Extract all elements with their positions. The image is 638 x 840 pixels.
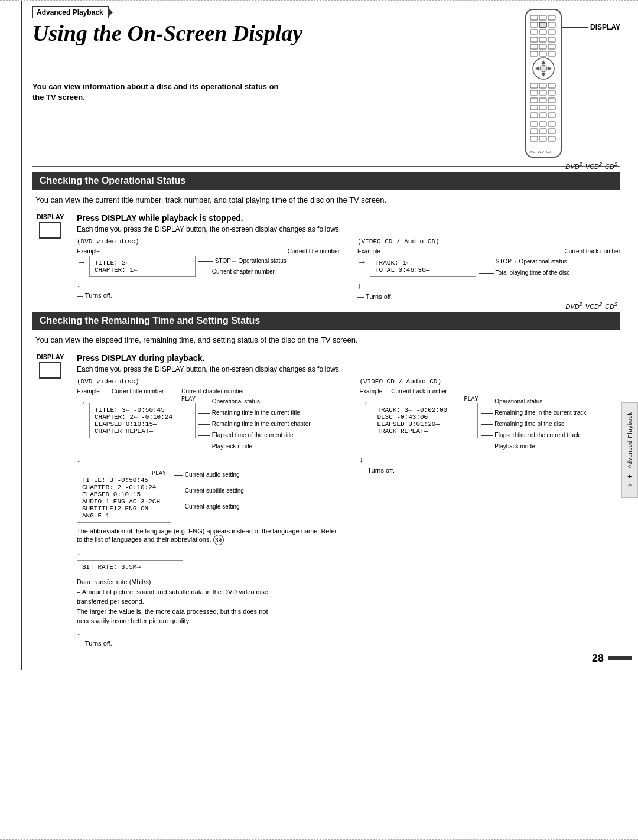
advanced-playback-tag: Advanced Playback bbox=[32, 6, 109, 18]
format-dvd1: DVD2 bbox=[565, 161, 582, 170]
s1-dvd-example: Example bbox=[77, 248, 100, 255]
main-content: Advanced Playback Using the On-Screen Di… bbox=[0, 1, 638, 670]
page-number-bar bbox=[608, 656, 632, 660]
section1-format-badges: DVD2 VCD2 CD2 bbox=[565, 161, 620, 170]
s2-vcd-box: TRACK: 3← -0:02:00 DISC -0:43:00 ELAPSED… bbox=[372, 403, 478, 438]
header-area: Advanced Playback Using the On-Screen Di… bbox=[32, 6, 620, 160]
s2-dvd-title: (DVD video disc) bbox=[77, 378, 341, 385]
display-icon-col-2: DISPLAY bbox=[32, 353, 68, 647]
subtitle-text: You can view information about a disc an… bbox=[32, 82, 281, 103]
s1-vcd-turns-off: ― Turns off. bbox=[357, 293, 620, 300]
display-icon-col: DISPLAY bbox=[32, 213, 68, 300]
section2: Checking the Remaining Time and Setting … bbox=[32, 312, 620, 647]
section-divider-1 bbox=[32, 166, 620, 167]
svg-text:CD: CD bbox=[546, 150, 551, 154]
s2-dvd-down: ↓ bbox=[77, 455, 341, 464]
section2-format-badges: DVD2 VCD2 CD2 bbox=[565, 301, 620, 310]
side-tab-icon1: ✦ bbox=[627, 473, 633, 481]
s2-dvd-turns-off: ― Turns off. bbox=[77, 640, 341, 647]
s1-dvd-diagram: (DVD video disc) Example Current title n… bbox=[77, 238, 340, 300]
s2-dvd-box: TITLE: 3← -0:50:45 CHAPTER: 2← -0:10:24 … bbox=[89, 403, 196, 438]
instruction-col-2: Press DISPLAY during playback. Each time… bbox=[77, 353, 620, 647]
page-number: 28 bbox=[592, 652, 604, 665]
s2-vcd-down: ↓ bbox=[359, 455, 620, 464]
s2-vcd-cur-track: Current track number bbox=[391, 388, 447, 395]
remote-area: DVD VCD CD DISPLAY bbox=[502, 6, 620, 160]
s2-dvd-arrow: → bbox=[77, 398, 86, 408]
s2-dvd-cur-chapter: Current chapter number bbox=[181, 388, 244, 395]
instruction-title-1: Press DISPLAY while playback is stopped. bbox=[77, 213, 620, 223]
instruction-sub-1: Each time you press the DISPLAY button, … bbox=[77, 225, 620, 233]
s2-dvd-cur-title: Current title number bbox=[112, 388, 164, 395]
section1-display-block: DISPLAY Press DISPLAY while playback is … bbox=[32, 213, 620, 300]
s1-vcd-arrow-down: ↓ bbox=[357, 281, 620, 290]
display-label: DISPLAY bbox=[37, 213, 64, 220]
s2-dvd-box2: PLAY TITLE: 3 -0:50:45 CHAPTER: 2 -0:10:… bbox=[77, 467, 171, 523]
s2-vcd-diagram: (VIDEO CD / Audio CD) Example Current tr… bbox=[359, 378, 620, 647]
page-container: Advanced Playback Using the On-Screen Di… bbox=[0, 0, 638, 840]
section1-header: Checking the Operational Status bbox=[32, 172, 620, 190]
display-box-1 bbox=[39, 222, 61, 239]
svg-point-20 bbox=[540, 65, 547, 72]
instruction-sub-2: Each time you press the DISPLAY button, … bbox=[77, 365, 620, 373]
s1-vcd-title: (VIDEO CD / Audio CD) bbox=[357, 238, 620, 245]
s2-vcd-annotations: Operational status Remaining time in the… bbox=[481, 396, 586, 452]
section2-description: You can view the elapsed time, remaining… bbox=[32, 336, 620, 344]
s2-dvd-box-wrapper: PLAY TITLE: 3← -0:50:45 CHAPTER: 2← -0:1… bbox=[89, 396, 196, 438]
header-left: Advanced Playback Using the On-Screen Di… bbox=[32, 6, 502, 103]
s1-dvd-turns-off: ― Turns off. bbox=[77, 292, 340, 299]
format-vcd1: VCD2 bbox=[585, 161, 602, 170]
s1-dvd-title: (DVD video disc) bbox=[77, 238, 340, 245]
display-pointer: DISPLAY bbox=[562, 23, 620, 31]
s1-vcd-box: TRACK: 1← TOTAL 0:46:30― bbox=[370, 256, 476, 277]
s2-diagrams-row: (DVD video disc) Example Current title n… bbox=[77, 378, 620, 647]
svg-rect-5 bbox=[539, 22, 546, 27]
display-box-2 bbox=[39, 362, 61, 379]
format-vcd2: VCD2 bbox=[585, 301, 602, 310]
s1-dvd-arrow-down: ↓ bbox=[77, 280, 340, 289]
section2-display-block: DISPLAY Press DISPLAY during playback. E… bbox=[32, 353, 620, 647]
s2-dvd-play-label: PLAY bbox=[89, 396, 196, 402]
section2-header: Checking the Remaining Time and Setting … bbox=[32, 312, 620, 330]
s2-vcd-turns-off: ― Turns off. bbox=[359, 467, 620, 474]
s1-vcd-diagram: (VIDEO CD / Audio CD) Example Current tr… bbox=[357, 238, 620, 300]
s2-vcd-example: Example bbox=[359, 388, 382, 395]
s2-dvd-annotations2: Current audio setting Current subtitle s… bbox=[174, 467, 244, 515]
s1-vcd-arrow-left: → bbox=[357, 258, 367, 267]
s1-vcd-example: Example bbox=[357, 248, 380, 255]
display-label-2: DISPLAY bbox=[37, 353, 64, 360]
side-tab-text: Advanced Playback bbox=[627, 412, 633, 468]
s1-dvd-box: TITLE: 2← CHAPTER: 1← bbox=[89, 256, 196, 277]
section1: Checking the Operational Status DVD2 VCD… bbox=[32, 172, 620, 300]
left-bar bbox=[21, 1, 22, 670]
format-dvd2: DVD2 bbox=[565, 301, 582, 310]
s2-vcd-play-label: PLAY bbox=[372, 396, 478, 402]
main-title: Using the On-Screen Display bbox=[32, 21, 502, 46]
s1-vcd-title-annotation: Current track number bbox=[565, 248, 620, 255]
s2-dvd-annotations: Operational status Remaining time in the… bbox=[198, 396, 311, 452]
side-tab: Advanced Playback ✦ ✧ bbox=[621, 402, 638, 498]
svg-text:DVD: DVD bbox=[529, 150, 535, 154]
s1-vcd-annotations: STOP→ Operational status Total playing t… bbox=[479, 256, 569, 278]
s2-dvd-diagram: (DVD video disc) Example Current title n… bbox=[77, 378, 341, 647]
lang-note: The abbreviation of the language (e.g. E… bbox=[77, 528, 341, 545]
s2-dvd-down2: ↓ bbox=[77, 548, 341, 557]
lang-ref: 39 bbox=[213, 535, 224, 545]
s2-vcd-arrow: → bbox=[359, 398, 369, 408]
s2-vcd-title: (VIDEO CD / Audio CD) bbox=[359, 378, 620, 385]
s1-dvd-annotations: STOP→ Operational status ↑ Current chapt… bbox=[198, 256, 287, 277]
s1-diagrams-row: (DVD video disc) Example Current title n… bbox=[77, 238, 620, 300]
bitrate-desc: Data transfer rate (Mbit/s) = Amount of … bbox=[77, 577, 341, 626]
instruction-col-1: Press DISPLAY while playback is stopped.… bbox=[77, 213, 620, 300]
section1-description: You can view the current title number, t… bbox=[32, 196, 620, 204]
s2-dvd-example: Example bbox=[77, 388, 100, 395]
s1-dvd-arrow-left: → bbox=[77, 258, 86, 267]
format-cd2: CD2 bbox=[605, 301, 617, 310]
page-number-area: 28 bbox=[592, 652, 632, 665]
svg-text:VCD: VCD bbox=[538, 150, 544, 154]
s2-vcd-box-wrapper: PLAY TRACK: 3← -0:02:00 DISC -0:43:00 EL… bbox=[372, 396, 478, 438]
side-tab-icon2: ✧ bbox=[627, 482, 632, 489]
instruction-title-2: Press DISPLAY during playback. bbox=[77, 353, 620, 363]
s2-bitrate-box: BIT RATE: 3.5M→ bbox=[77, 560, 183, 574]
s1-dvd-title-annotation: Current title number bbox=[288, 248, 340, 255]
